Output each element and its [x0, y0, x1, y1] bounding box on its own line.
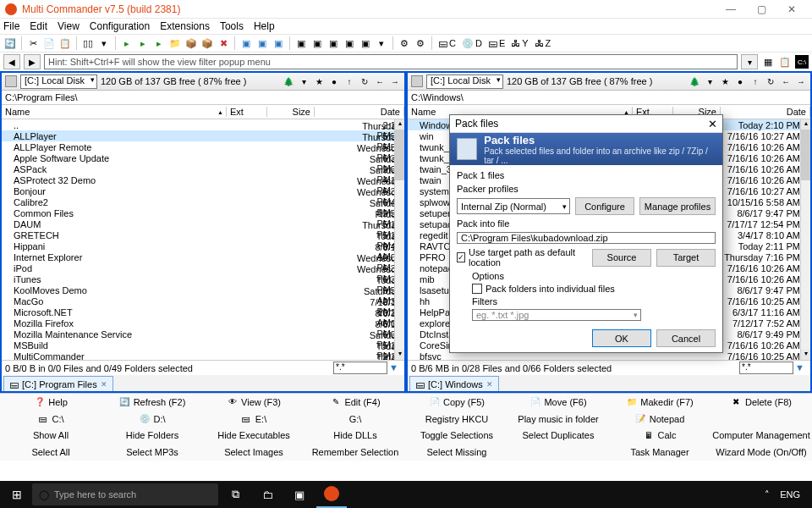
new-file-icon[interactable]: ▸	[120, 36, 134, 50]
dot-icon[interactable]: ●	[734, 75, 746, 87]
command-button[interactable]: 🖴C:\	[0, 411, 102, 428]
menu-file[interactable]: File	[3, 20, 19, 32]
extra2-icon[interactable]: ▣	[310, 36, 324, 50]
list-item[interactable]: DAUMFriday 5:13 PM	[2, 218, 404, 229]
menu-tools[interactable]: Tools	[220, 20, 244, 32]
command-button[interactable]: 🖩Calc	[609, 428, 710, 444]
left-drive-select[interactable]: [C:] Local Disk	[20, 75, 97, 89]
command-button[interactable]: Remember Selection	[304, 444, 406, 461]
extra6-icon[interactable]: ▾	[375, 36, 388, 50]
nav-clipboard-icon[interactable]: 📋	[778, 55, 792, 69]
right-filter-input[interactable]: *.*	[739, 362, 793, 374]
right-scrollbar[interactable]: ▴▾	[800, 119, 810, 360]
refresh-icon[interactable]: ↻	[765, 75, 776, 87]
extra4-icon[interactable]: ▣	[343, 36, 356, 50]
col-date[interactable]: Date	[315, 107, 404, 117]
funnel-icon[interactable]: ▼	[389, 362, 401, 374]
left-scrollbar[interactable]: ▴▾	[394, 119, 404, 360]
cut-icon[interactable]: ✂	[26, 36, 40, 50]
command-button[interactable]: 💿D:\	[102, 411, 203, 428]
right-path-bar[interactable]: C:\Windows\	[408, 91, 810, 105]
settings-icon[interactable]: ⚙	[398, 36, 411, 50]
command-button[interactable]: ✎Edit (F4)	[304, 394, 406, 411]
up-icon[interactable]: ↑	[749, 75, 761, 87]
list-item[interactable]: KoolMoves DemoToday 9:57 AM	[2, 284, 404, 295]
nav-dos-icon[interactable]: C:\	[795, 55, 809, 69]
command-button[interactable]: Select MP3s	[102, 444, 203, 461]
nav-dropdown-button[interactable]: ▾	[741, 54, 758, 69]
taskbar-app-folder[interactable]: 🗀	[252, 481, 283, 508]
tray-chevron-icon[interactable]: ˄	[765, 489, 770, 500]
command-button[interactable]: 🔄Refresh (F2)	[102, 394, 203, 411]
drive-d[interactable]: 💿D	[460, 38, 484, 49]
command-button[interactable]: 👁View (F3)	[203, 394, 304, 411]
list-item[interactable]: HippaniToday 9:41 AM	[2, 240, 404, 251]
drive-e[interactable]: 🖴E	[486, 38, 507, 48]
list-item[interactable]: iTunesWednesday 6:32 PM	[2, 273, 404, 284]
start-button[interactable]: ⊞	[3, 481, 30, 508]
menu-configuration[interactable]: Configuration	[90, 20, 150, 32]
command-button[interactable]: 📁Makedir (F7)	[609, 394, 710, 411]
tree-icon[interactable]: 🌲	[283, 75, 294, 87]
command-button[interactable]: Select Missing	[406, 444, 508, 461]
list-item[interactable]: GRETECHThursday 5:17 PM	[2, 229, 404, 240]
packer-profile-select[interactable]: Internal Zip (Normal)	[457, 198, 570, 214]
command-button[interactable]: Wizard Mode (On/Off)	[710, 444, 812, 461]
back-icon[interactable]: ←	[780, 75, 792, 87]
refresh-icon[interactable]: 🔄	[3, 36, 17, 50]
list-item[interactable]: Mozilla Firefox8/6/17 6:07 PM	[2, 318, 404, 329]
list-item[interactable]: Internet Explorer8/6/17 10:09 PM	[2, 251, 404, 262]
menu-view[interactable]: View	[58, 20, 80, 32]
drive-y[interactable]: 🖧Y	[509, 38, 529, 48]
maximize-button[interactable]: ▢	[746, 3, 776, 15]
command-button[interactable]: Show All	[0, 428, 102, 444]
list-item[interactable]: MacGoSaturday 2:37 PM	[2, 295, 404, 306]
col-ext[interactable]: Ext	[227, 107, 267, 117]
col-date[interactable]: Date	[721, 107, 810, 117]
action2-icon[interactable]: ▣	[255, 36, 269, 50]
configure-button[interactable]: Configure	[575, 197, 634, 215]
command-button[interactable]: Select All	[0, 444, 102, 461]
tree-icon[interactable]: 🌲	[689, 75, 700, 87]
command-button[interactable]: 📝Notepad	[609, 411, 710, 428]
left-path-bar[interactable]: C:\Program Files\	[2, 91, 404, 105]
use-target-checkbox[interactable]: ✓ Use target path as default location	[457, 247, 582, 268]
ok-button[interactable]: OK	[592, 329, 651, 347]
list-item[interactable]: Calibre2Wednesday 6:40 PM	[2, 196, 404, 207]
extra5-icon[interactable]: ▣	[359, 36, 372, 50]
history-icon[interactable]: ▾	[704, 75, 716, 87]
back-icon[interactable]: ←	[374, 75, 386, 87]
taskbar-search[interactable]: ◯ Type here to search	[32, 483, 218, 505]
folder-icon[interactable]: 📁	[168, 36, 182, 50]
command-button[interactable]: Hide DLLs	[304, 428, 406, 444]
tool-icon[interactable]: ⚙	[414, 36, 427, 50]
right-drive-select[interactable]: [C:] Local Disk	[426, 75, 503, 89]
list-item[interactable]: BonjourWednesday 6:31 PM	[2, 185, 404, 196]
command-button[interactable]: Hide Executables	[203, 428, 304, 444]
command-button[interactable]: Toggle Selections	[406, 428, 508, 444]
command-hint-field[interactable]: Hint: Shift+Ctrl+F will show the view fi…	[44, 54, 738, 69]
star-icon[interactable]: ★	[313, 75, 325, 87]
funnel-icon[interactable]: ▼	[795, 362, 807, 374]
manage-profiles-button[interactable]: Manage profiles	[639, 197, 716, 215]
nav-grid-icon[interactable]: ▦	[761, 55, 775, 69]
list-item[interactable]: Microsoft.NET7/16/16 10:29 AM	[2, 306, 404, 318]
left-filter-input[interactable]: *.*	[333, 362, 387, 374]
left-file-list[interactable]: ..Today 2:16 PMALLPlayerThursday 5:59 PM…	[2, 119, 404, 360]
history-icon[interactable]: ▾	[298, 75, 310, 87]
task-view-button[interactable]: ⧉	[220, 481, 250, 508]
menu-edit[interactable]: Edit	[30, 20, 47, 32]
right-tab[interactable]: 🖴 [C:] Windows ✕	[409, 376, 499, 391]
col-size[interactable]: Size	[267, 107, 315, 117]
drive-c[interactable]: 🖴C	[436, 38, 458, 48]
command-button[interactable]: Hide Folders	[102, 428, 203, 444]
command-button[interactable]: G:\	[304, 411, 406, 428]
list-item[interactable]: ASPackSunday 2:06 PM	[2, 163, 404, 174]
command-button[interactable]: ✖Delete (F8)	[710, 394, 812, 411]
command-button[interactable]: 📄Move (F6)	[508, 394, 609, 411]
fwd-icon[interactable]: →	[389, 75, 401, 87]
list-item[interactable]: ..Today 2:16 PM	[2, 119, 404, 130]
action-icon[interactable]: ▣	[239, 36, 253, 50]
close-button[interactable]: ✕	[776, 3, 807, 15]
tray-lang[interactable]: ENG	[780, 489, 800, 500]
